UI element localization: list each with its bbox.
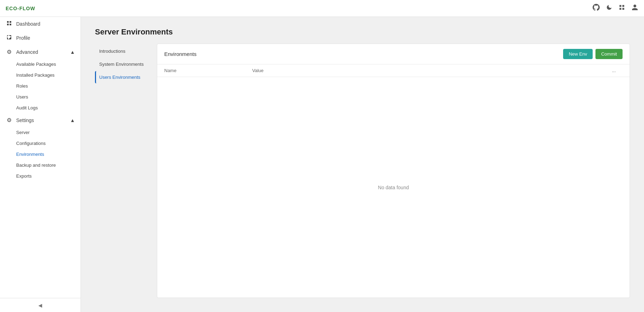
configurations-label: Configurations — [16, 141, 46, 146]
moon-icon[interactable] — [606, 4, 612, 12]
app-logo: ECO-FLOW — [6, 6, 35, 11]
sidebar-item-configurations[interactable]: Configurations — [16, 138, 81, 149]
sidebar-section-settings[interactable]: ⚙ Settings ▲ — [0, 113, 81, 127]
sidebar-item-server[interactable]: Server — [16, 127, 81, 138]
sidebar: Dashboard Profile ⚙ Advanced ▲ Available… — [0, 17, 81, 312]
sidebar-dashboard-label: Dashboard — [16, 21, 40, 27]
sidebar-collapse-button[interactable]: ◀ — [0, 298, 81, 312]
sidebar-item-roles[interactable]: Roles — [16, 81, 81, 91]
sidebar-item-profile[interactable]: Profile — [0, 31, 81, 45]
svg-rect-7 — [9, 24, 11, 25]
sidebar-item-installed-packages[interactable]: Installed Packages — [16, 70, 81, 81]
collapse-icon: ◀ — [38, 303, 42, 308]
col-actions-header: ... — [612, 68, 623, 73]
header-actions: New Env Commit — [563, 49, 623, 59]
settings-submenu: Server Configurations Environments Backu… — [0, 127, 81, 182]
settings-icon: ⚙ — [6, 117, 13, 123]
settings-label: Settings — [16, 117, 34, 123]
table-empty-state: No data found — [157, 77, 630, 298]
roles-label: Roles — [16, 83, 28, 89]
page-header: Server Environments — [81, 17, 644, 44]
sidebar-section-advanced[interactable]: ⚙ Advanced ▲ — [0, 45, 81, 59]
exports-label: Exports — [16, 173, 32, 179]
content-panel-header: Environments New Env Commit — [157, 44, 630, 64]
main-content: Server Environments Introductions System… — [81, 17, 644, 312]
grid-icon[interactable] — [619, 4, 625, 12]
advanced-submenu: Available Packages Installed Packages Ro… — [0, 59, 81, 113]
topbar-icons — [593, 4, 638, 13]
page-body: Introductions System Environments Users … — [81, 44, 644, 312]
subnav-introductions[interactable]: Introductions — [95, 45, 151, 57]
panel-title: Environments — [164, 51, 197, 57]
advanced-label: Advanced — [16, 49, 38, 55]
installed-packages-label: Installed Packages — [16, 72, 55, 78]
subnav-system-environments[interactable]: System Environments — [95, 58, 151, 70]
user-icon[interactable] — [631, 4, 638, 13]
sidebar-item-users[interactable]: Users — [16, 91, 81, 102]
dashboard-icon — [6, 20, 13, 27]
svg-rect-0 — [619, 5, 621, 7]
sidebar-item-audit-logs[interactable]: Audit Logs — [16, 102, 81, 113]
layout: Dashboard Profile ⚙ Advanced ▲ Available… — [0, 17, 644, 312]
sidebar-item-backup-restore[interactable]: Backup and restore — [16, 160, 81, 171]
svg-rect-3 — [623, 8, 624, 10]
subnav-users-environments[interactable]: Users Environments — [95, 71, 151, 83]
chevron-up-settings-icon: ▲ — [70, 117, 75, 123]
subnav: Introductions System Environments Users … — [95, 44, 151, 298]
backup-restore-label: Backup and restore — [16, 163, 56, 168]
svg-rect-6 — [7, 24, 9, 25]
environments-label: Environments — [16, 152, 44, 157]
sidebar-profile-label: Profile — [16, 35, 30, 41]
svg-rect-1 — [623, 5, 624, 7]
empty-message: No data found — [378, 185, 409, 190]
table-header: Name Value ... — [157, 64, 630, 77]
commit-button[interactable]: Commit — [595, 49, 623, 59]
topbar: ECO-FLOW — [0, 0, 644, 17]
svg-rect-4 — [7, 21, 9, 23]
sidebar-item-dashboard[interactable]: Dashboard — [0, 17, 81, 31]
chevron-up-icon: ▲ — [70, 49, 75, 55]
col-value-header: Value — [252, 68, 612, 73]
sidebar-item-available-packages[interactable]: Available Packages — [16, 59, 81, 70]
github-icon[interactable] — [593, 4, 600, 13]
sidebar-item-exports[interactable]: Exports — [16, 171, 81, 182]
profile-icon — [6, 34, 13, 42]
server-label: Server — [16, 130, 30, 135]
audit-logs-label: Audit Logs — [16, 105, 38, 110]
page-title: Server Environments — [95, 27, 630, 37]
users-label: Users — [16, 94, 28, 100]
svg-rect-5 — [9, 21, 11, 23]
content-panel: Environments New Env Commit Name Value .… — [157, 44, 630, 298]
new-env-button[interactable]: New Env — [563, 49, 593, 59]
sidebar-item-environments[interactable]: Environments — [16, 149, 81, 160]
available-packages-label: Available Packages — [16, 62, 56, 67]
col-name-header: Name — [164, 68, 252, 73]
svg-rect-2 — [619, 8, 621, 10]
advanced-icon: ⚙ — [6, 49, 13, 55]
